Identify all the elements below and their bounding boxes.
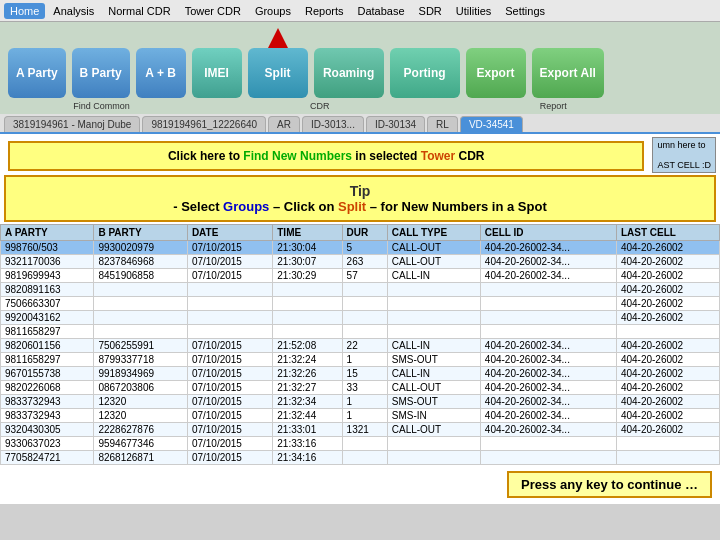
menu-analysis[interactable]: Analysis (47, 3, 100, 19)
table-row[interactable]: 9820601156750625599107/10/201521:52:0822… (1, 339, 720, 353)
tab-5[interactable]: RL (427, 116, 458, 132)
export-button[interactable]: Export (466, 48, 526, 98)
tooltip-banner[interactable]: Click here to Find New Numbers in select… (8, 141, 644, 171)
table-cell-13-6: 404-20-26002-34... (480, 423, 616, 437)
table-row[interactable]: 9321170036823784696807/10/201521:30:0726… (1, 255, 720, 269)
porting-button[interactable]: Porting (390, 48, 460, 98)
menu-bar: Home Analysis Normal CDR Tower CDR Group… (0, 0, 720, 22)
menu-normal-cdr[interactable]: Normal CDR (102, 3, 176, 19)
table-cell-10-5: CALL-OUT (387, 381, 480, 395)
menu-database[interactable]: Database (352, 3, 411, 19)
table-cell-6-4 (342, 325, 387, 339)
roaming-button[interactable]: Roaming (314, 48, 384, 98)
table-cell-12-5: SMS-IN (387, 409, 480, 423)
press-any-key-banner: Press any key to continue … (507, 471, 712, 498)
table-cell-5-1 (94, 311, 187, 325)
table-cell-13-7: 404-20-26002 (616, 423, 719, 437)
table-row[interactable]: 98337329431232007/10/201521:32:441SMS-IN… (1, 409, 720, 423)
table-cell-4-7: 404-20-26002 (616, 297, 719, 311)
table-cell-12-3: 21:32:44 (273, 409, 342, 423)
table-row[interactable]: 9920043162404-20-26002 (1, 311, 720, 325)
table-cell-6-1 (94, 325, 187, 339)
table-row[interactable]: 9820891163404-20-26002 (1, 283, 720, 297)
content-area: Click here to Find New Numbers in select… (0, 134, 720, 504)
cdr-label: CDR (310, 101, 410, 113)
table-row[interactable]: 7506663307404-20-26002 (1, 297, 720, 311)
table-cell-15-0: 7705824721 (1, 451, 94, 465)
table-cell-11-4: 1 (342, 395, 387, 409)
table-cell-9-5: CALL-IN (387, 367, 480, 381)
table-cell-8-2: 07/10/2015 (187, 353, 272, 367)
table-cell-10-7: 404-20-26002 (616, 381, 719, 395)
col-date: DATE (187, 225, 272, 241)
table-cell-0-5: CALL-OUT (387, 241, 480, 255)
table-cell-7-0: 9820601156 (1, 339, 94, 353)
tab-3[interactable]: ID-3013... (302, 116, 364, 132)
b-party-button[interactable]: B Party (72, 48, 130, 98)
table-cell-2-6: 404-20-26002-34... (480, 269, 616, 283)
table-cell-10-3: 21:32:27 (273, 381, 342, 395)
table-row[interactable]: 998760/503993002097907/10/201521:30:045C… (1, 241, 720, 255)
table-row[interactable]: 7705824721826812687107/10/201521:34:16 (1, 451, 720, 465)
tab-6[interactable]: VD-34541 (460, 116, 523, 132)
table-cell-14-5 (387, 437, 480, 451)
table-row[interactable]: 9820226068086720380607/10/201521:32:2733… (1, 381, 720, 395)
table-cell-0-6: 404-20-26002-34... (480, 241, 616, 255)
table-cell-9-3: 21:32:26 (273, 367, 342, 381)
table-cell-13-3: 21:33:01 (273, 423, 342, 437)
table-cell-11-5: SMS-OUT (387, 395, 480, 409)
menu-home[interactable]: Home (4, 3, 45, 19)
col-cell-id: CELL ID (480, 225, 616, 241)
report-label: Report (540, 101, 647, 113)
menu-sdr[interactable]: SDR (413, 3, 448, 19)
table-cell-14-7 (616, 437, 719, 451)
table-row[interactable]: 9819699943845190685807/10/201521:30:2957… (1, 269, 720, 283)
table-row[interactable]: 9811658297 (1, 325, 720, 339)
table-cell-0-1: 9930020979 (94, 241, 187, 255)
table-cell-15-1: 8268126871 (94, 451, 187, 465)
menu-settings[interactable]: Settings (499, 3, 551, 19)
table-cell-14-2: 07/10/2015 (187, 437, 272, 451)
table-cell-1-2: 07/10/2015 (187, 255, 272, 269)
table-cell-4-6 (480, 297, 616, 311)
tooltip-tower: Tower (421, 149, 455, 163)
col-last-cell: LAST CELL (616, 225, 719, 241)
export-all-btn-col: Export All (532, 48, 604, 98)
table-cell-8-7: 404-20-26002 (616, 353, 719, 367)
table-cell-4-4 (342, 297, 387, 311)
table-cell-8-1: 8799337718 (94, 353, 187, 367)
a-party-button[interactable]: A Party (8, 48, 66, 98)
tab-1[interactable]: 9819194961_12226640 (142, 116, 266, 132)
table-row[interactable]: 98337329431232007/10/201521:32:341SMS-OU… (1, 395, 720, 409)
export-all-button[interactable]: Export All (532, 48, 604, 98)
menu-groups[interactable]: Groups (249, 3, 297, 19)
table-cell-5-2 (187, 311, 272, 325)
table-cell-12-2: 07/10/2015 (187, 409, 272, 423)
tab-2[interactable]: AR (268, 116, 300, 132)
tab-4[interactable]: ID-30134 (366, 116, 425, 132)
table-cell-5-6 (480, 311, 616, 325)
col-duration: DUR (342, 225, 387, 241)
imei-button[interactable]: IMEI (192, 48, 242, 98)
table-cell-1-4: 263 (342, 255, 387, 269)
menu-reports[interactable]: Reports (299, 3, 350, 19)
table-row[interactable]: 9320430305222862787607/10/201521:33:0113… (1, 423, 720, 437)
menu-utilities[interactable]: Utilities (450, 3, 497, 19)
table-cell-11-0: 9833732943 (1, 395, 94, 409)
menu-tower-cdr[interactable]: Tower CDR (179, 3, 247, 19)
table-cell-7-3: 21:52:08 (273, 339, 342, 353)
table-cell-3-4 (342, 283, 387, 297)
table-cell-11-7: 404-20-26002 (616, 395, 719, 409)
table-row[interactable]: 9330637023959467734607/10/201521:33:16 (1, 437, 720, 451)
split-button[interactable]: Split (248, 48, 308, 98)
table-row[interactable]: 9670155738991893496907/10/201521:32:2615… (1, 367, 720, 381)
tab-0[interactable]: 3819194961 - Manoj Dube (4, 116, 140, 132)
table-cell-10-4: 33 (342, 381, 387, 395)
a-plus-b-button[interactable]: A + B (136, 48, 186, 98)
table-cell-3-7: 404-20-26002 (616, 283, 719, 297)
table-row[interactable]: 9811658297879933771807/10/201521:32:241S… (1, 353, 720, 367)
table-cell-8-3: 21:32:24 (273, 353, 342, 367)
col-call-type: CALL TYPE (387, 225, 480, 241)
table-cell-5-4 (342, 311, 387, 325)
table-cell-2-4: 57 (342, 269, 387, 283)
